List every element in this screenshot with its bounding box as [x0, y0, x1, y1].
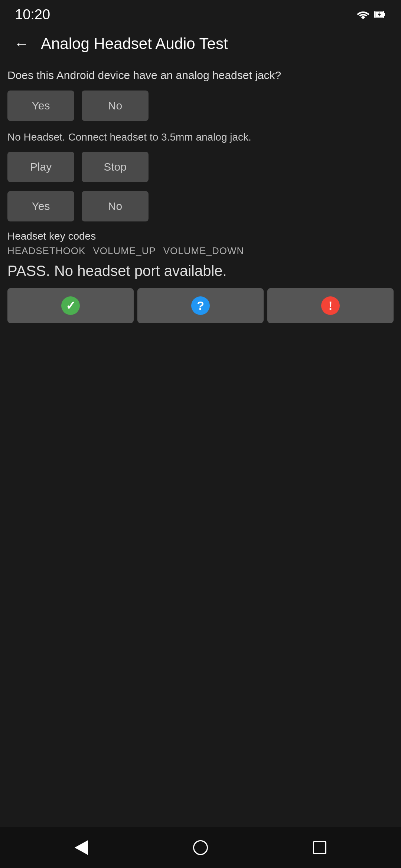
pass-checkmark-icon: ✓ [61, 296, 80, 315]
nav-recent-icon [313, 841, 326, 854]
info-text: No Headset. Connect headset to 3.5mm ana… [7, 130, 394, 144]
fail-exclamation-icon: ! [321, 296, 340, 315]
key-code-volume-up: VOLUME_UP [93, 245, 156, 257]
key-codes-title: Headset key codes [7, 230, 394, 242]
yes-no-row-2: Yes No [7, 191, 394, 221]
key-code-headsethook: HEADSETHOOK [7, 245, 85, 257]
action-buttons-row: ✓ ? ! [7, 288, 394, 323]
stop-button[interactable]: Stop [82, 152, 149, 182]
no-button-2[interactable]: No [82, 191, 149, 221]
nav-recent-button[interactable] [313, 841, 326, 854]
headset-question: Does this Android device have an analog … [7, 68, 394, 83]
main-content: Does this Android device have an analog … [0, 62, 401, 868]
yes-no-row-1: Yes No [7, 91, 394, 121]
nav-home-icon [193, 840, 208, 855]
info-action-button[interactable]: ? [137, 288, 264, 323]
status-bar: 10:20 [0, 0, 401, 26]
info-question-icon: ? [191, 296, 210, 315]
wifi-icon [356, 9, 370, 20]
pass-action-button[interactable]: ✓ [7, 288, 134, 323]
key-codes-list: HEADSETHOOK VOLUME_UP VOLUME_DOWN [7, 245, 394, 257]
yes-button-1[interactable]: Yes [7, 91, 74, 121]
play-stop-row: Play Stop [7, 152, 394, 182]
key-codes-section: Headset key codes HEADSETHOOK VOLUME_UP … [7, 230, 394, 257]
nav-home-button[interactable] [193, 840, 208, 855]
play-button[interactable]: Play [7, 152, 74, 182]
nav-bar [0, 827, 401, 868]
svg-rect-1 [384, 13, 385, 16]
battery-icon [374, 9, 386, 20]
no-button-1[interactable]: No [82, 91, 149, 121]
status-time: 10:20 [15, 7, 50, 23]
key-code-volume-down: VOLUME_DOWN [163, 245, 244, 257]
back-arrow-icon: ← [14, 36, 29, 51]
pass-text: PASS. No headset port available. [7, 263, 394, 279]
fail-action-button[interactable]: ! [267, 288, 394, 323]
page-title: Analog Headset Audio Test [41, 35, 228, 53]
back-button[interactable]: ← [11, 33, 32, 54]
yes-button-2[interactable]: Yes [7, 191, 74, 221]
header: ← Analog Headset Audio Test [0, 26, 401, 62]
status-icons [356, 9, 386, 20]
nav-back-icon [75, 840, 88, 855]
nav-back-button[interactable] [75, 840, 88, 855]
